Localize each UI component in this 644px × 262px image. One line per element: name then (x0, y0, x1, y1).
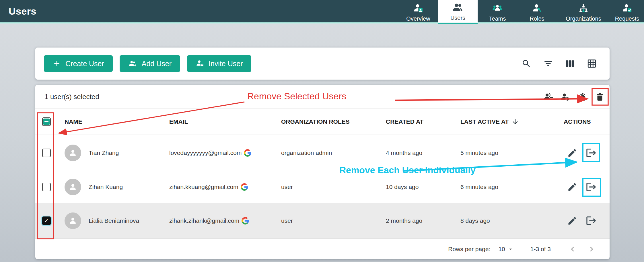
created-at: 2 months ago (386, 217, 422, 224)
columns-icon[interactable] (565, 58, 575, 69)
pagination-bar: Rows per page: 10 1-3 of 3 (35, 239, 610, 259)
tab-label: Requests (615, 15, 639, 22)
grid-icon[interactable] (587, 58, 597, 69)
table-row: Tian Zhang lovedayyyyyyy@gmail.com organ… (35, 135, 610, 171)
org-hierarchy-icon (577, 3, 589, 14)
plus-icon (52, 59, 61, 68)
user-name: Tian Zhang (89, 149, 119, 156)
user-email: zihank.zihank@gmail.com (169, 217, 239, 224)
search-icon[interactable] (521, 58, 532, 69)
remove-user-icon[interactable] (585, 215, 597, 226)
team-group-icon (491, 3, 503, 14)
chevron-down-icon (507, 246, 514, 252)
person-settings-icon[interactable] (560, 92, 571, 102)
last-active-at: 6 minutes ago (460, 184, 498, 190)
row-checkbox[interactable] (42, 216, 51, 225)
user-name: Zihan Kuang (89, 184, 123, 190)
table-row-selected: Lialia Beniaminova zihank.zihank@gmail.c… (35, 203, 610, 239)
avatar (65, 145, 81, 161)
row-checkbox[interactable] (42, 183, 51, 191)
rows-per-page-label: Rows per page: (448, 246, 490, 253)
actions-card: Create User Add User Invite User (35, 48, 610, 80)
last-active-at: 8 days ago (460, 217, 490, 224)
google-icon (241, 183, 248, 191)
table-header-row: NAME EMAIL ORGANIZATION ROLES CREATED AT… (35, 109, 610, 135)
selection-bar: 1 user(s) selected (35, 85, 610, 109)
filter-icon[interactable] (543, 58, 553, 69)
rows-per-page-select[interactable]: 10 (498, 246, 513, 253)
column-header-last-active[interactable]: LAST ACTIVE AT (460, 118, 509, 125)
google-icon (242, 217, 249, 224)
edit-user-icon[interactable] (567, 182, 577, 192)
tab-label: Organizations (566, 15, 601, 22)
user-name: Lialia Beniaminova (89, 217, 139, 224)
select-all-checkbox[interactable] (42, 117, 51, 126)
user-role: organization admin (281, 149, 332, 156)
table-row: Zihan Kuang zihan.kkuang@gmail.com user … (35, 171, 610, 203)
user-email: zihan.kkuang@gmail.com (169, 184, 238, 190)
tab-requests[interactable]: Requests (610, 0, 644, 24)
edit-user-icon[interactable] (567, 148, 577, 158)
sort-desc-icon[interactable] (511, 118, 519, 125)
person-badge-icon (412, 3, 424, 14)
tab-label: Users (450, 15, 465, 21)
avatar (65, 212, 81, 229)
person-key-icon (531, 3, 543, 14)
selection-count: 1 user(s) selected (44, 93, 99, 101)
tab-overview[interactable]: Overview (398, 0, 438, 24)
people-icon (452, 2, 464, 13)
person-remove-icon[interactable] (543, 92, 553, 102)
award-icon[interactable] (577, 92, 588, 102)
person-check-icon (621, 3, 633, 14)
column-header-actions: ACTIONS (564, 118, 591, 125)
tab-label: Teams (489, 15, 506, 22)
previous-page-button[interactable] (567, 244, 578, 254)
delete-icon[interactable] (595, 92, 605, 102)
tab-roles[interactable]: Roles (517, 0, 557, 24)
page-range: 1-3 of 3 (530, 246, 551, 253)
chevron-right-icon (587, 244, 596, 254)
tab-label: Overview (406, 15, 430, 22)
add-user-button[interactable]: Add User (120, 55, 180, 72)
column-header-roles[interactable]: ORGANIZATION ROLES (281, 118, 350, 125)
users-table-card: 1 user(s) selected NAME EMAIL ORGANIZATI… (35, 85, 610, 259)
group-add-icon (128, 59, 137, 68)
page-title: Users (9, 0, 36, 22)
next-page-button[interactable] (586, 244, 597, 254)
created-at: 4 months ago (386, 149, 422, 156)
person-invite-icon (196, 59, 204, 68)
invite-user-button[interactable]: Invite User (187, 55, 251, 72)
user-email: lovedayyyyyyy@gmail.com (169, 149, 242, 156)
edit-user-icon[interactable] (567, 216, 577, 226)
tab-teams[interactable]: Teams (478, 0, 517, 24)
google-icon (244, 149, 251, 157)
tab-users[interactable]: Users (438, 0, 478, 24)
user-role: user (281, 217, 293, 224)
last-active-at: 5 minutes ago (460, 149, 498, 156)
remove-user-icon[interactable] (585, 147, 597, 159)
column-header-created[interactable]: CREATED AT (386, 118, 423, 125)
main-nav: Overview Users Teams Roles Organizations… (398, 0, 644, 24)
created-at: 10 days ago (386, 184, 419, 190)
chevron-left-icon (568, 244, 577, 254)
column-header-email[interactable]: EMAIL (169, 118, 188, 125)
tab-label: Roles (530, 15, 544, 22)
user-role: user (281, 184, 293, 190)
row-checkbox[interactable] (42, 149, 51, 157)
tab-organizations[interactable]: Organizations (557, 0, 610, 24)
remove-user-icon[interactable] (585, 181, 597, 193)
avatar (65, 179, 81, 195)
create-user-button[interactable]: Create User (44, 55, 113, 72)
column-header-name[interactable]: NAME (65, 118, 82, 125)
